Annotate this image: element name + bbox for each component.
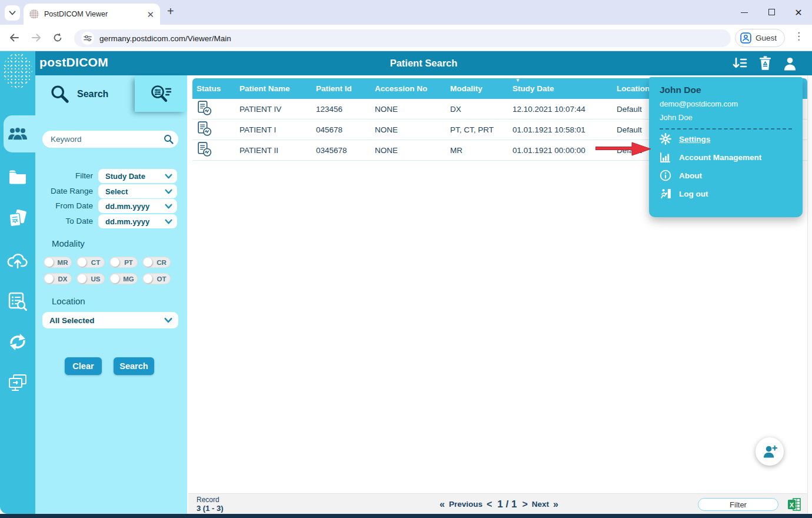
url-bar[interactable]: germany.postdicom.com/Viewer/Main <box>74 29 731 47</box>
recycle-bin-button[interactable] <box>759 56 771 73</box>
last-page-icon[interactable]: » <box>553 499 558 510</box>
first-page-icon[interactable]: « <box>440 499 445 510</box>
date-range-select[interactable]: Select <box>98 184 177 198</box>
sidebar-item-query[interactable] <box>0 288 35 314</box>
previous-page-button[interactable]: Previous <box>449 500 482 509</box>
column-header-patient-id[interactable]: Patient Id <box>312 84 371 93</box>
postdicom-favicon <box>29 9 39 19</box>
page-indicator: 1 / 1 <box>497 499 517 510</box>
filter-select[interactable]: Study Date <box>98 169 177 183</box>
to-date-select[interactable]: dd.mm.yyyy <box>98 214 177 228</box>
menu-item-about[interactable]: About <box>660 167 792 184</box>
modality-toggle-dx[interactable]: DX <box>44 273 72 284</box>
profile-button[interactable]: Guest <box>735 29 785 47</box>
column-header-accession-no[interactable]: Accession No <box>371 84 446 93</box>
info-icon <box>660 170 671 181</box>
column-header-status[interactable]: Status <box>192 84 235 93</box>
new-tab-button[interactable]: + <box>167 5 174 18</box>
tab-close-icon[interactable]: ✕ <box>147 10 154 19</box>
menu-item-settings[interactable]: Settings <box>660 130 792 148</box>
browser-tab[interactable]: PostDICOM Viewer ✕ <box>24 4 160 25</box>
chevron-down-icon <box>165 189 172 194</box>
tab-advanced-search[interactable] <box>135 75 187 112</box>
share-add-user-button[interactable] <box>756 437 784 466</box>
modality-toggle-mg[interactable]: MG <box>109 273 138 284</box>
tab-search-button[interactable] <box>5 5 20 21</box>
user-name: John Doe <box>660 85 792 95</box>
bottom-strip <box>0 514 812 518</box>
modality-section-label: Modality <box>52 238 85 248</box>
next-page-button[interactable]: Next <box>532 500 549 509</box>
chevron-down-icon <box>164 317 172 323</box>
cell-patient-id: 0345678 <box>312 146 371 155</box>
column-header-patient-name[interactable]: Patient Name <box>235 84 312 93</box>
menu-item-logout[interactable]: Log out <box>660 185 792 202</box>
tab-title: PostDICOM Viewer <box>44 10 141 18</box>
forward-button[interactable] <box>31 32 42 46</box>
sidebar <box>0 51 35 514</box>
postdicom-dotted-logo <box>3 53 32 88</box>
previous-page-icon[interactable]: < <box>487 499 492 510</box>
chevron-down-icon <box>165 204 172 209</box>
toggle-knob <box>45 274 54 283</box>
toggle-knob <box>78 274 86 283</box>
chevron-down-icon <box>165 219 172 224</box>
column-header-study-date[interactable]: ▼Study Date <box>508 84 613 93</box>
site-settings-icon[interactable] <box>81 32 94 45</box>
study-status-icon <box>197 141 212 157</box>
cell-study-date: 12.10.2021 10:07:44 <box>508 105 613 114</box>
tab-basic-search[interactable]: Search <box>35 75 133 112</box>
cell-accession-no: NONE <box>371 105 446 114</box>
sidebar-item-sync[interactable] <box>0 329 35 355</box>
search-panel: Search Filter Study Date Date Range Sele… <box>35 75 187 514</box>
keyword-search-icon[interactable] <box>164 134 174 147</box>
pagination: « Previous < 1 / 1 > Next » <box>381 494 617 514</box>
keyword-input[interactable] <box>42 131 178 148</box>
next-page-icon[interactable]: > <box>522 499 527 510</box>
window-close-button[interactable]: ✕ <box>785 7 812 18</box>
modality-toggle-cr[interactable]: CR <box>142 257 171 268</box>
sidebar-item-transfer[interactable] <box>0 370 35 396</box>
clear-button[interactable]: Clear <box>65 357 102 375</box>
remote-transfer-icon <box>8 374 28 391</box>
scrollbar-track[interactable] <box>807 75 812 514</box>
svg-text:X: X <box>790 502 794 509</box>
page-title: Patient Search <box>35 58 812 69</box>
cell-accession-no: NONE <box>371 146 446 155</box>
user-menu-button[interactable] <box>783 57 797 73</box>
guest-avatar-icon <box>740 32 751 44</box>
cell-modality: DX <box>446 105 508 114</box>
window-maximize-button[interactable] <box>758 7 785 18</box>
back-button[interactable] <box>8 32 20 46</box>
reload-button[interactable] <box>52 32 63 45</box>
user-dropdown-menu: John Doe demo@postdicom.com John Doe Set… <box>649 77 803 217</box>
modality-toggle-pt[interactable]: PT <box>109 257 138 268</box>
sidebar-item-patients[interactable] <box>0 121 35 147</box>
from-date-select[interactable]: dd.mm.yyyy <box>98 199 177 213</box>
search-button[interactable]: Search <box>114 357 154 375</box>
patients-group-icon <box>7 127 28 142</box>
sidebar-item-upload[interactable] <box>0 247 35 273</box>
filter-button[interactable]: Filter <box>698 498 778 511</box>
tab-basic-search-label: Search <box>77 89 108 99</box>
sidebar-item-folders[interactable] <box>0 164 35 190</box>
modality-toggle-ot[interactable]: OT <box>142 273 171 284</box>
window-minimize-button[interactable] <box>731 7 758 18</box>
modality-toggle-us[interactable]: US <box>76 273 105 284</box>
filter-label: Filter <box>35 171 93 180</box>
to-date-label: To Date <box>35 217 93 225</box>
browser-menu-button[interactable]: ⋮ <box>794 30 804 42</box>
sort-order-button[interactable] <box>732 57 747 73</box>
browser-tab-strip: PostDICOM Viewer ✕ + ✕ <box>0 0 812 25</box>
column-header-modality[interactable]: Modality <box>446 84 508 93</box>
worklist-search-icon <box>8 292 27 311</box>
excel-export-button[interactable]: X <box>787 497 801 514</box>
url-text: germany.postdicom.com/Viewer/Main <box>99 34 231 43</box>
sort-descending-icon: ▼ <box>515 78 520 83</box>
chevron-down-icon <box>165 174 172 179</box>
menu-item-account-management[interactable]: Account Management <box>660 148 792 166</box>
modality-toggle-ct[interactable]: CT <box>76 257 105 268</box>
modality-toggle-mr[interactable]: MR <box>44 257 72 268</box>
location-select[interactable]: All Selected <box>42 312 178 328</box>
sidebar-item-studies[interactable] <box>0 206 35 232</box>
